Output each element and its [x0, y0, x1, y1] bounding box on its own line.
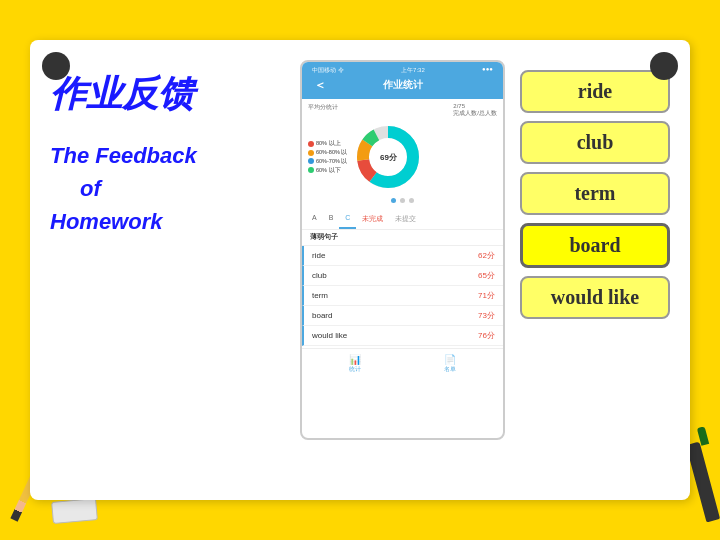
- tab-incomplete[interactable]: 未完成: [356, 211, 389, 229]
- donut-chart: 69分: [353, 122, 423, 192]
- phone-list-header: 薄弱句子: [302, 230, 503, 246]
- english-title: The Feedback of Homework: [50, 139, 197, 238]
- score-club: 65分: [478, 270, 495, 281]
- word-board: board: [312, 311, 332, 320]
- chart-label: 平均分统计: [308, 103, 338, 118]
- eraser-decoration: [51, 498, 98, 524]
- list-label: 名单: [444, 366, 456, 373]
- card-ride[interactable]: ride: [520, 70, 670, 113]
- phone-status-bar: 中国移动 令 上午7:32 ●●●: [308, 66, 497, 75]
- legend-item-3: 60%-70% 以: [308, 157, 347, 166]
- word-ride: ride: [312, 251, 325, 260]
- phone-back-button[interactable]: ＜: [314, 77, 326, 94]
- list-item-ride: ride 62分: [302, 246, 503, 266]
- card-would-like-label: would like: [551, 286, 639, 308]
- footer-list[interactable]: 📄 名单: [444, 354, 456, 373]
- legend-item-1: 80% 以上: [308, 139, 347, 148]
- left-section: 作业反馈 The Feedback of Homework: [50, 60, 290, 238]
- card-would-like[interactable]: would like: [520, 276, 670, 319]
- english-line3: Homework: [50, 205, 197, 238]
- legend-item-2: 60%-80% 以: [308, 148, 347, 157]
- phone-screen-title: 作业统计: [383, 78, 423, 92]
- marker-body-decoration: [686, 442, 720, 523]
- legend-label-2: 60%-80% 以: [316, 148, 347, 157]
- score-would-like: 76分: [478, 330, 495, 341]
- phone-mockup: 中国移动 令 上午7:32 ●●● ＜ 作业统计 平均分统计 2/75完成人数/…: [300, 60, 510, 440]
- nav-dot-1: [391, 198, 396, 203]
- chart-container: 80% 以上 60%-80% 以 60%-70% 以 60% 以下: [308, 122, 497, 192]
- word-would-like: would like: [312, 331, 347, 340]
- chart-count: 2/75完成人数/总人数: [453, 103, 497, 118]
- tack-top-right: [650, 52, 678, 80]
- phone-title-bar: ＜ 作业统计: [308, 75, 497, 95]
- tack-top-left: [42, 52, 70, 80]
- legend-dot-2: [308, 150, 314, 156]
- chinese-title: 作业反馈: [50, 70, 194, 119]
- stats-label: 统计: [349, 366, 361, 373]
- list-item-would-like: would like 76分: [302, 326, 503, 346]
- battery: ●●●: [482, 66, 493, 75]
- right-section: ride club term board would like: [520, 60, 670, 319]
- legend-item-4: 60% 以下: [308, 166, 347, 175]
- score-term: 71分: [478, 290, 495, 301]
- score-ride: 62分: [478, 250, 495, 261]
- nav-dots: [308, 198, 497, 203]
- phone-header: 中国移动 令 上午7:32 ●●● ＜ 作业统计: [302, 62, 503, 99]
- chart-header: 平均分统计 2/75完成人数/总人数: [308, 103, 497, 118]
- list-icon: 📄: [444, 354, 456, 365]
- phone-screen: 中国移动 令 上午7:32 ●●● ＜ 作业统计 平均分统计 2/75完成人数/…: [300, 60, 505, 440]
- nav-dot-2: [400, 198, 405, 203]
- phone-chart-area: 平均分统计 2/75完成人数/总人数 80% 以上 60%-80% 以: [302, 99, 503, 211]
- time: 上午7:32: [401, 66, 425, 75]
- list-item-board: board 73分: [302, 306, 503, 326]
- english-line1: The Feedback: [50, 139, 197, 172]
- tab-b[interactable]: B: [323, 211, 340, 229]
- phone-tabs: A B C 未完成 未提交: [302, 211, 503, 230]
- tab-a[interactable]: A: [306, 211, 323, 229]
- phone-footer: 📊 统计 📄 名单: [302, 348, 503, 378]
- card-term-label: term: [574, 182, 615, 204]
- card-term[interactable]: term: [520, 172, 670, 215]
- tab-c[interactable]: C: [339, 211, 356, 229]
- word-club: club: [312, 271, 327, 280]
- card-club-label: club: [577, 131, 614, 153]
- tab-unsubmitted[interactable]: 未提交: [389, 211, 422, 229]
- list-item-term: term 71分: [302, 286, 503, 306]
- legend-label-1: 80% 以上: [316, 139, 341, 148]
- whiteboard: 作业反馈 The Feedback of Homework 中国移动 令 上午7…: [30, 40, 690, 500]
- legend-dot-1: [308, 141, 314, 147]
- nav-dot-3: [409, 198, 414, 203]
- donut-center-label: 69分: [380, 152, 397, 163]
- chart-legend: 80% 以上 60%-80% 以 60%-70% 以 60% 以下: [308, 139, 347, 174]
- legend-dot-3: [308, 158, 314, 164]
- card-board[interactable]: board: [520, 223, 670, 268]
- legend-label-4: 60% 以下: [316, 166, 341, 175]
- card-club[interactable]: club: [520, 121, 670, 164]
- card-board-label: board: [569, 234, 620, 256]
- footer-stats[interactable]: 📊 统计: [349, 354, 361, 373]
- legend-dot-4: [308, 167, 314, 173]
- card-ride-label: ride: [578, 80, 612, 102]
- english-line2: of: [80, 172, 197, 205]
- list-item-club: club 65分: [302, 266, 503, 286]
- carrier: 中国移动 令: [312, 66, 344, 75]
- stats-icon: 📊: [349, 354, 361, 365]
- score-board: 73分: [478, 310, 495, 321]
- legend-label-3: 60%-70% 以: [316, 157, 347, 166]
- word-term: term: [312, 291, 328, 300]
